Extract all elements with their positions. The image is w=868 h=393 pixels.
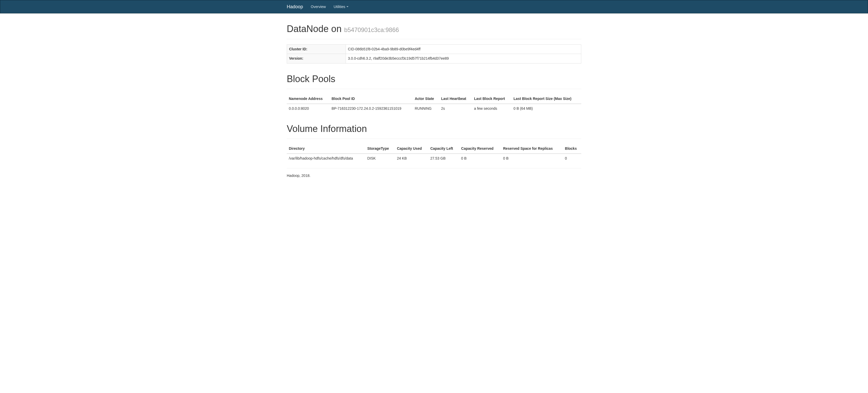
col-storage-type: StorageType (365, 144, 395, 154)
cell-left: 27.53 GB (428, 154, 459, 163)
col-last-heartbeat: Last Heartbeat (439, 94, 472, 104)
cell-bpid: BP-716312230-172.24.0.2-1592361151019 (330, 104, 412, 113)
page-title-prefix: DataNode on (287, 24, 344, 34)
navbar-brand[interactable]: Hadoop (287, 0, 307, 13)
footer-text: Hadoop, 2018. (287, 173, 581, 178)
nav-overview[interactable]: Overview (307, 1, 330, 13)
version-value: 3.0.0-cdh6.3.2, r9aff20de3b5ecccf3c19d57… (346, 54, 581, 64)
table-row: Cluster ID: CID-086b51f8-02b4-4ba9-9b89-… (287, 44, 581, 54)
col-block-pool-id: Block Pool ID (330, 94, 412, 104)
cluster-id-label: Cluster ID: (287, 44, 346, 54)
block-pools-table: Namenode Address Block Pool ID Actor Sta… (287, 94, 581, 113)
cell-storage-type: DISK (365, 154, 395, 163)
col-last-block-report: Last Block Report (472, 94, 512, 104)
page-header: DataNode on b5470901c3ca:9866 (287, 24, 581, 39)
nav-utilities-label: Utilities (334, 5, 345, 9)
col-last-block-report-size: Last Block Report Size (Max Size) (512, 94, 581, 104)
cell-namenode: 0.0.0.0:8020 (287, 104, 330, 113)
cell-blocks: 0 (563, 154, 581, 163)
col-namenode-address: Namenode Address (287, 94, 330, 104)
page-title-host: b5470901c3ca:9866 (344, 27, 399, 33)
col-actor-state: Actor State (412, 94, 439, 104)
cell-used: 24 KB (395, 154, 428, 163)
col-capacity-left: Capacity Left (428, 144, 459, 154)
col-reserved-replicas: Reserved Space for Replicas (501, 144, 563, 154)
cell-report-size: 0 B (64 MB) (512, 104, 581, 113)
volume-info-table: Directory StorageType Capacity Used Capa… (287, 144, 581, 163)
chevron-down-icon (346, 6, 348, 7)
nav-utilities-dropdown[interactable]: Utilities (330, 1, 352, 13)
table-row: /var/lib/hadoop-hdfs/cache/hdfs/dfs/data… (287, 154, 581, 163)
cell-heartbeat: 2s (439, 104, 472, 113)
volume-info-heading: Volume Information (287, 124, 581, 134)
cell-last-report: a few seconds (472, 104, 512, 113)
cell-directory: /var/lib/hadoop-hdfs/cache/hdfs/dfs/data (287, 154, 365, 163)
cell-state: RUNNING (412, 104, 439, 113)
block-pools-heading: Block Pools (287, 74, 581, 84)
divider (287, 168, 581, 168)
table-row: Version: 3.0.0-cdh6.3.2, r9aff20de3b5ecc… (287, 54, 581, 64)
volume-info-header: Volume Information (287, 124, 581, 139)
cell-replicas: 0 B (501, 154, 563, 163)
block-pools-header: Block Pools (287, 74, 581, 89)
table-row: 0.0.0.0:8020 BP-716312230-172.24.0.2-159… (287, 104, 581, 113)
navbar: Hadoop Overview Utilities (0, 0, 868, 13)
cluster-info-table: Cluster ID: CID-086b51f8-02b4-4ba9-9b89-… (287, 44, 581, 64)
page-title: DataNode on b5470901c3ca:9866 (287, 24, 581, 34)
cluster-id-value: CID-086b51f8-02b4-4ba9-9b89-d0be9f4ed4ff (346, 44, 581, 54)
col-directory: Directory (287, 144, 365, 154)
version-label: Version: (287, 54, 346, 64)
cell-reserved: 0 B (459, 154, 501, 163)
col-capacity-used: Capacity Used (395, 144, 428, 154)
col-blocks: Blocks (563, 144, 581, 154)
col-capacity-reserved: Capacity Reserved (459, 144, 501, 154)
